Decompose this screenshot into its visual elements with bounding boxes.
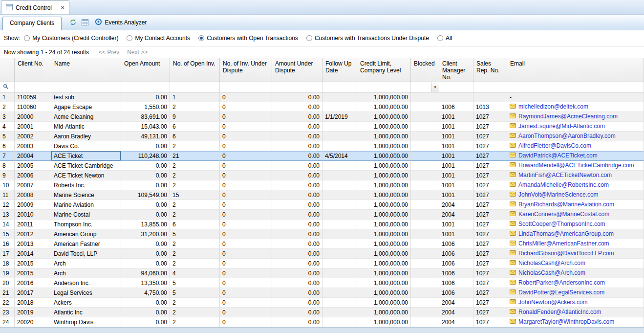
next-link[interactable]: Next >>: [127, 49, 148, 56]
filter-open-amount[interactable]: [121, 82, 170, 92]
email-link[interactable]: AaronThompson@AaronBradley.com: [518, 133, 616, 139]
cell-client-no: 20008: [15, 190, 51, 200]
filter-blocked[interactable]: ▾: [411, 82, 439, 92]
table-row[interactable]: 420001Mid-Atlantic15,043.00600.001,000,0…: [0, 122, 644, 132]
column-header-follow-up-date[interactable]: Follow Up Date: [322, 58, 357, 82]
filter-name[interactable]: [51, 82, 121, 92]
tab-credit-control[interactable]: Credit Control ✕: [1, 0, 69, 14]
search-icon[interactable]: [3, 84, 9, 91]
column-header-client-manager-no[interactable]: Client Manager No.: [439, 58, 473, 82]
cell-sales-rep-no: 1027: [473, 141, 507, 151]
email-link[interactable]: RaymondJames@AcmeCleaning.com: [518, 113, 618, 120]
email-link[interactable]: RonaldFender@AtlanticInc.com: [518, 309, 601, 315]
email-link[interactable]: DavidPatrick@ACETicket.com: [518, 152, 598, 159]
radio-my-contact-accounts[interactable]: My Contact Accounts: [127, 35, 190, 42]
radio-my-customers-credit-controller[interactable]: My Customers (Credit Controller): [24, 35, 118, 42]
email-link[interactable]: NicholasCash@Arch.com: [518, 260, 585, 266]
table-row[interactable]: 1520012American Group31,200.00500.001,00…: [0, 229, 644, 239]
column-header-open-amount[interactable]: Open Amount: [121, 58, 170, 82]
table-row[interactable]: 520002Aaron Bradley49,131.00600.001,000,…: [0, 132, 644, 141]
email-link[interactable]: MartinFish@ACETicketNewton.com: [518, 172, 612, 178]
email-link[interactable]: BryanRichards@MarineAviation.com: [518, 201, 614, 208]
table-row[interactable]: 2220018Ackers0.00200.001,000,000.0020041…: [0, 298, 644, 308]
radio-icon[interactable]: [306, 35, 312, 41]
grid-view-button[interactable]: [80, 17, 90, 28]
filter-client-manager-no[interactable]: [439, 82, 473, 92]
column-header-email[interactable]: Email: [507, 58, 644, 82]
email-link[interactable]: AmandaMichelle@RobertsInc.com: [518, 181, 609, 188]
column-header-credit-limit-company-level[interactable]: Credit Limit, Company Level: [357, 58, 411, 82]
blocked-filter-dropdown-icon[interactable]: ▾: [431, 82, 439, 92]
table-row[interactable]: 820005ACE Ticket Cambridge0.00200.001,00…: [0, 161, 644, 171]
email-link[interactable]: ChrisMiller@AmericanFastner.com: [518, 240, 609, 247]
close-tab-icon[interactable]: ✕: [61, 5, 64, 10]
table-row[interactable]: 1720014David Tocci, LLP0.00200.001,000,0…: [0, 249, 644, 259]
email-link[interactable]: JohnNewton@Ackers.com: [518, 299, 588, 306]
email-link[interactable]: MargaretTaylor@WinthropDavis.com: [518, 318, 614, 325]
table-row[interactable]: 1320010Marine Costal0.00200.001,000,000.…: [0, 210, 644, 220]
cell-name: Marine Science: [51, 190, 121, 200]
table-row[interactable]: 1820015Arch0.00200.001,000,000.001006102…: [0, 259, 644, 268]
email-link[interactable]: AlfredFletter@DavisCo.com: [518, 142, 591, 149]
table-row[interactable]: 720004ACE Ticket110,248.002100.004/5/201…: [0, 151, 644, 161]
email-link[interactable]: ScottCooper@ThompsonInc.com: [518, 221, 605, 227]
radio-customers-with-open-transactions[interactable]: Customers with Open Transactions: [198, 35, 298, 42]
table-row[interactable]: 920006ACE Ticket Newton0.00200.001,000,0…: [0, 171, 644, 180]
column-header-name[interactable]: Name: [51, 58, 121, 82]
email-link[interactable]: RichardGibson@DavidTocciLLP.com: [518, 250, 614, 257]
table-row[interactable]: 320000Acme Cleaning83,691.00900.001/1/20…: [0, 112, 644, 122]
email-link[interactable]: KarenConners@MarineCostal.com: [518, 211, 609, 218]
radio-icon[interactable]: [437, 35, 443, 41]
column-header-blocked[interactable]: Blocked: [411, 58, 439, 82]
radio-icon[interactable]: [127, 35, 132, 41]
column-header-no-of-inv-under-dispute[interactable]: No. of Inv. Under Dispute: [220, 58, 272, 82]
email-link[interactable]: HowardMendell@ACETicketCambridge.com: [518, 162, 634, 169]
radio-selected-icon[interactable]: [198, 35, 204, 41]
header-row: Client No.NameOpen AmountNo. of Open Inv…: [0, 58, 644, 82]
column-header-amount-under-dispute[interactable]: Amount Under Dispute: [272, 58, 322, 82]
email-link[interactable]: JamesEsquire@Mid-Atlantic.com: [518, 123, 605, 130]
table-row[interactable]: 2020016Anderson Inc.13,350.00500.001,000…: [0, 278, 644, 288]
table-row[interactable]: 1920015Arch94,060.00400.001,000,000.0010…: [0, 268, 644, 278]
cell-email: DavidPatrick@ACETicket.com: [507, 151, 644, 161]
radio-all[interactable]: All: [437, 35, 452, 42]
table-row[interactable]: 2320019Atlantic Inc0.00200.001,000,000.0…: [0, 308, 644, 317]
table-row[interactable]: 1120008Marine Science109,549.001500.001,…: [0, 190, 644, 200]
column-header-no-of-open-inv[interactable]: No. of Open Inv.: [170, 58, 220, 82]
cell-blocked: [411, 229, 439, 239]
email-link[interactable]: michelledizon@deltek.com: [518, 103, 588, 110]
search-filter-cell[interactable]: [0, 82, 15, 92]
email-link[interactable]: JohnVoit@MarineScience.com: [518, 191, 599, 198]
filter-no-of-open-inv[interactable]: [170, 82, 220, 92]
filter-amount-under-dispute[interactable]: [272, 82, 322, 92]
cell-no-of-inv-under-dispute: 0: [220, 278, 272, 288]
table-row[interactable]: 620003Davis Co.0.00200.001,000,000.00100…: [0, 141, 644, 151]
table-row[interactable]: 1110059test sub0.00100.001,000,000.00-: [0, 92, 644, 102]
email-link[interactable]: RobertParker@AndersonInc.com: [518, 279, 605, 286]
table-row[interactable]: 1420011Thompson Inc.13,855.00600.001,000…: [0, 220, 644, 229]
table-row[interactable]: 2420020Winthrop Davis0.00200.001,000,000…: [0, 317, 644, 327]
filter-no-of-inv-under-dispute[interactable]: [220, 82, 272, 92]
filter-email[interactable]: [507, 82, 644, 92]
email-link[interactable]: NicholasCash@Arch.com: [518, 269, 585, 276]
table-row[interactable]: 1220009Marine Aviation0.00200.001,000,00…: [0, 200, 644, 210]
filter-credit-limit-company-level[interactable]: [357, 82, 411, 92]
radio-icon[interactable]: [24, 35, 30, 41]
email-link[interactable]: DavidPotter@LegalServices.com: [518, 289, 604, 296]
filter-sales-rep-no[interactable]: [473, 82, 507, 92]
column-header-sales-rep-no[interactable]: Sales Rep. No.: [473, 58, 507, 82]
prev-link[interactable]: << Prev: [99, 49, 119, 56]
cell-client-manager-no: 1001: [439, 122, 473, 132]
radio-customers-with-transactions-under-dispute[interactable]: Customers with Transactions Under Disput…: [306, 35, 429, 42]
table-row[interactable]: 1620013American Fastner0.00200.001,000,0…: [0, 239, 644, 249]
events-analyzer-button[interactable]: Events Analyzer: [95, 18, 147, 27]
filter-client-no[interactable]: [15, 82, 51, 92]
tab-company-clients[interactable]: Company Clients: [2, 17, 62, 30]
refresh-button[interactable]: [67, 17, 78, 28]
filter-follow-up-date[interactable]: [322, 82, 357, 92]
table-row[interactable]: 2110060Agape Escape1,550.00200.001,000,0…: [0, 102, 644, 112]
column-header-client-no[interactable]: Client No.: [15, 58, 51, 82]
table-row[interactable]: 2120017Legal Services4,750.00500.001,000…: [0, 288, 644, 298]
email-link[interactable]: LindaThomas@AmericanGroup.com: [518, 230, 614, 237]
table-row[interactable]: 1020007Roberts Inc.0.00200.001,000,000.0…: [0, 180, 644, 190]
